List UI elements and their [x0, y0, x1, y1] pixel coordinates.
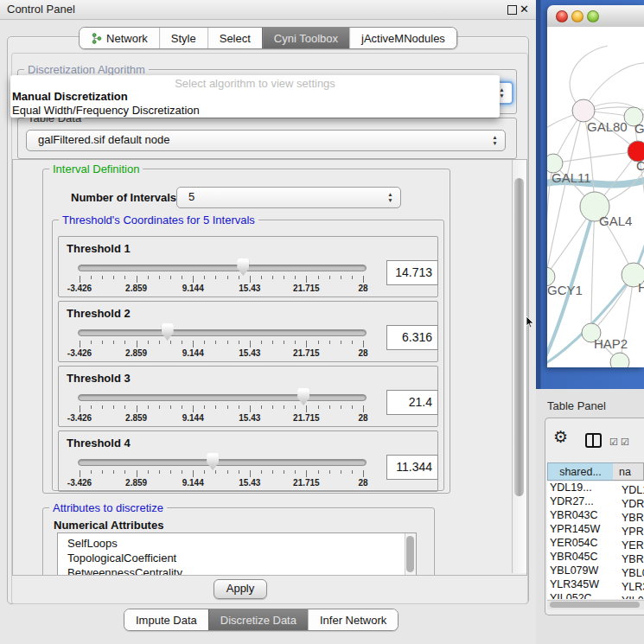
edge[interactable]: [591, 207, 595, 333]
close-traffic-light-icon[interactable]: [556, 10, 568, 22]
slider-thumb[interactable]: [162, 323, 174, 341]
slider-tick: [124, 341, 125, 344]
scrollbar-thumb[interactable]: [550, 602, 640, 608]
slider-thumb[interactable]: [237, 258, 249, 276]
numerical-attributes-heading: Numerical Attributes: [54, 519, 163, 532]
slider-tick: [284, 405, 284, 409]
slider-tick-label: 9.144: [167, 348, 219, 358]
attribute-item-topologicalcoefficient[interactable]: TopologicalCoefficient: [58, 551, 416, 565]
slider-tick-label: -3.426: [54, 348, 105, 358]
slider-track[interactable]: [78, 265, 367, 271]
threshold-value-field[interactable]: 11.344: [386, 455, 438, 480]
table-row[interactable]: YBR043CYBR0: [547, 509, 644, 523]
slider-tick: [204, 470, 205, 474]
checkbox-icon[interactable]: ☑: [609, 437, 618, 448]
tab-impute-data[interactable]: Impute Data: [124, 609, 208, 630]
slider-tick: [102, 470, 103, 474]
slider-tick: [91, 341, 92, 344]
table-row[interactable]: YIL052CYIL0: [547, 592, 644, 599]
zoom-traffic-light-icon[interactable]: [587, 10, 599, 22]
slider-tick: [159, 341, 160, 344]
settings-gear-icon[interactable]: ⚙: [553, 429, 568, 446]
minimize-traffic-light-icon[interactable]: [571, 10, 583, 22]
slider-tick: [193, 470, 194, 477]
tab-label: Infer Network: [320, 610, 386, 630]
column-layout-icon[interactable]: [585, 433, 602, 448]
table-row[interactable]: YDL19...YDL1: [547, 481, 644, 495]
table-row[interactable]: YPR145WYPR1: [547, 523, 644, 537]
table-row[interactable]: YBL079WYBL0: [547, 564, 644, 578]
panel-title: Control Panel: [7, 0, 75, 19]
tab-jactivemnodules[interactable]: jActiveMNodules: [349, 28, 456, 48]
slider-tick: [137, 341, 137, 348]
network-canvas[interactable]: GAL80G.CGAL11GAL4GCY1HHAP2: [547, 27, 644, 367]
node-table-body: YDL19...YDL1YDR27...YDR2YBR043CYBR0YPR14…: [547, 481, 644, 599]
close-icon[interactable]: ✕: [520, 2, 529, 17]
slider-tick: [80, 470, 80, 477]
attributes-list[interactable]: SelfLoopsTopologicalCoefficientBetweenne…: [57, 532, 417, 576]
slider-tick: [318, 276, 319, 279]
algorithm-dropdown-popup: Select algorithm to view settings Manual…: [10, 75, 500, 118]
cell-name: YER0: [619, 539, 644, 552]
column-header-shared-name[interactable]: shared...: [547, 462, 614, 481]
attribute-item-betweennesscentrality[interactable]: BetweennessCentrality: [58, 565, 416, 576]
float-window-icon[interactable]: [507, 5, 517, 15]
edge[interactable]: [547, 111, 583, 277]
slider-tick-label: 28: [337, 348, 389, 358]
slider-tick: [170, 341, 171, 344]
tab-label: Select: [220, 29, 251, 48]
table-row[interactable]: YBR045CYBR0: [547, 551, 644, 564]
attribute-item-selfloops[interactable]: SelfLoops: [58, 536, 416, 551]
slider-tick: [341, 405, 341, 409]
slider-tick-label: 15.43: [224, 284, 276, 293]
scrollbar-thumb[interactable]: [406, 536, 414, 572]
slider-tick-label: 21.715: [280, 348, 332, 358]
threshold-value-field[interactable]: 6.316: [386, 325, 438, 350]
threshold-label: Threshold 1: [67, 242, 131, 255]
tab-label: Style: [171, 29, 196, 48]
num-intervals-combobox[interactable]: 5 ▲▼: [176, 187, 401, 208]
scrollbar-thumb[interactable]: [514, 178, 524, 496]
slider-tick: [148, 341, 149, 344]
node-label: C: [636, 158, 644, 173]
mouse-cursor: [526, 316, 534, 328]
list-scrollbar[interactable]: [405, 533, 416, 576]
threshold-value-field[interactable]: 14.713: [386, 260, 438, 285]
checkbox-icon[interactable]: ☑: [621, 437, 629, 448]
threshold-value-field[interactable]: 21.4: [386, 390, 438, 415]
slider-tick: [352, 470, 353, 474]
slider-tick: [193, 405, 194, 412]
slider-track[interactable]: [78, 329, 367, 336]
slider-tick: [182, 341, 182, 344]
slider-tick-label: 28: [337, 478, 389, 488]
table-row[interactable]: YER054CYER0: [547, 537, 644, 551]
table-data-combobox[interactable]: galFiltered.sif default node ▲▼: [26, 130, 506, 151]
table-row[interactable]: YDR27...YDR2: [547, 495, 644, 509]
slider-tick: [170, 405, 171, 409]
table-row[interactable]: YLR345WYLR3: [547, 578, 644, 592]
algorithm-option-equal-width-frequency-discretization[interactable]: Equal Width/Frequency Discretization: [10, 104, 500, 118]
slider-tick: [182, 470, 182, 474]
slider-track[interactable]: [78, 394, 367, 401]
tab-style[interactable]: Style: [159, 28, 207, 48]
node-unlabeled[interactable]: [610, 353, 629, 367]
vertical-scrollbar[interactable]: [512, 160, 526, 573]
slider-track[interactable]: [78, 459, 367, 466]
algorithm-option-manual-discretization[interactable]: Manual Discretization: [10, 90, 500, 104]
tab-infer-network[interactable]: Infer Network: [308, 609, 398, 630]
slider-tick: [227, 405, 228, 409]
tab-network[interactable]: Network: [80, 28, 159, 48]
tab-cyni-toolbox[interactable]: Cyni Toolbox: [262, 28, 349, 48]
slider-tick: [272, 341, 273, 344]
tab-select[interactable]: Select: [207, 28, 262, 48]
slider-thumb[interactable]: [297, 388, 309, 405]
threshold-box-4: Threshold 4-3.4262.8599.14415.4321.71528…: [58, 430, 438, 492]
column-header-name[interactable]: na: [613, 462, 644, 481]
slider-tick: [295, 405, 296, 409]
tab-discretize-data[interactable]: Discretize Data: [208, 609, 308, 630]
slider-thumb[interactable]: [207, 453, 219, 470]
horizontal-scrollbar[interactable]: [547, 600, 644, 609]
cell-name: YBR0: [619, 553, 644, 565]
edge[interactable]: [553, 151, 638, 163]
apply-button[interactable]: Apply: [214, 579, 267, 599]
